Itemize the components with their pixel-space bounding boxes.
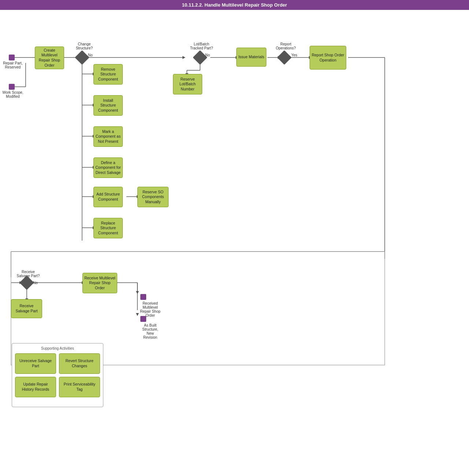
- receive-multilevel-box: Receive Multilevel Repair Shop Order: [82, 273, 117, 293]
- replace-structure-box: Replace Structure Component: [93, 218, 123, 238]
- define-component-box: Define a Component for Direct Salvage: [93, 157, 123, 178]
- unreceive-salvage-box: Unreceive Salvage Part: [15, 353, 56, 374]
- change-structure-diamond: [75, 50, 89, 65]
- svg-marker-48: [136, 291, 139, 294]
- no-label-2: No: [205, 53, 210, 57]
- report-operations-diamond: [277, 50, 292, 65]
- issue-materials-box: Issue Materials: [236, 48, 266, 67]
- reserve-lot-box: Reserve Lot/Batch Number: [173, 74, 202, 94]
- supporting-activities-container: Supporting Activities Unreceive Salvage …: [12, 343, 103, 407]
- report-shop-box: Report Shop Order Operation: [310, 46, 346, 70]
- mark-component-box: Mark a Component as Not Present: [93, 126, 123, 147]
- received-multilevel-icon: [140, 294, 146, 300]
- work-scope-label: Work Scope,Modified: [0, 90, 26, 98]
- revert-structure-box: Revert Structure Changes: [59, 353, 100, 374]
- title-bar: 10.11.2.2. Handle Multilevel Repair Shop…: [0, 0, 469, 10]
- lot-batch-diamond: [193, 50, 207, 65]
- as-built-icon: [140, 316, 146, 322]
- received-multilevel-label: ReceivedMultilevelRepair ShopOrder: [134, 301, 167, 317]
- as-built-label: As BuiltStructure,NewRevision: [134, 323, 167, 339]
- update-repair-box: Update Repair History Records: [15, 377, 56, 397]
- lot-batch-label: Lot/BatchTracked Part?: [187, 42, 216, 50]
- reserve-so-box: Reserve SO Components Manually: [137, 187, 169, 207]
- repair-part-label: Repair Part,Reserved: [0, 61, 26, 69]
- change-structure-label: ChangeStructure?: [71, 42, 97, 50]
- create-multilevel-box: Create Multilevel Repair Shop Order: [35, 47, 64, 69]
- no-label-1: No: [88, 53, 93, 57]
- print-serviceability-box: Print Serviceability Tag: [59, 377, 100, 397]
- add-structure-box: Add Structure Component: [93, 187, 123, 207]
- page-title: 10.11.2.2. Handle Multilevel Repair Shop…: [182, 2, 287, 8]
- receive-salvage-part-box: Receive Salvage Part: [11, 299, 42, 318]
- remove-structure-box: Remove Structure Component: [93, 64, 123, 85]
- repair-part-icon: [9, 55, 15, 60]
- install-structure-box: Install Structure Component: [93, 95, 123, 116]
- supporting-title: Supporting Activities: [15, 346, 100, 350]
- yes-label: Yes: [291, 53, 297, 57]
- work-scope-icon: [9, 84, 15, 90]
- report-operations-label: ReportOperations?: [273, 42, 299, 50]
- svg-marker-7: [182, 56, 185, 59]
- no-label-3: No: [33, 281, 38, 285]
